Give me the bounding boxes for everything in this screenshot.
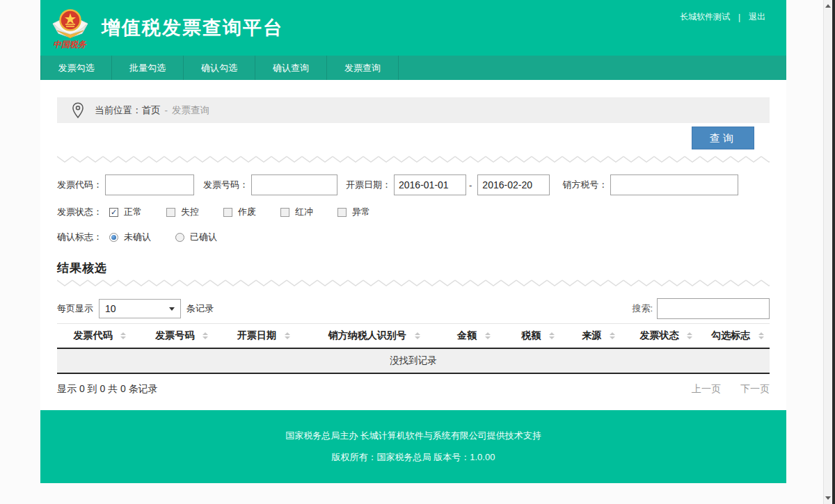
nav-item-invoice-query[interactable]: 发票查询 (327, 56, 399, 80)
date-to-input[interactable] (477, 174, 550, 195)
footer-line1: 国家税务总局主办 长城计算机软件与系统有限公司提供技术支持 (285, 430, 541, 442)
filter-form-row: 发票代码： 发票号码： 开票日期： - 销方税号： (57, 174, 770, 195)
status-option-voided[interactable]: 作废 (223, 206, 280, 218)
breadcrumb-separator: - (165, 105, 168, 115)
results-section-title: 结果核选 (57, 260, 770, 276)
query-button-row: 查询 (57, 127, 770, 149)
sort-icon (549, 332, 555, 339)
zigzag-divider (57, 279, 770, 287)
checkbox-icon[interactable] (109, 208, 118, 217)
logout-link[interactable]: 退出 (749, 11, 765, 23)
header-links: 长城软件测试 | 退出 (680, 11, 765, 23)
column-header-tax[interactable]: 税额 (506, 324, 570, 349)
scroll-up-icon[interactable] (825, 4, 831, 8)
app-header: 中国税务 增值税发票查询平台 长城软件测试 | 退出 (40, 0, 786, 56)
confirm-option-unconfirmed[interactable]: 未确认 (109, 231, 175, 243)
checkbox-icon[interactable] (337, 208, 347, 217)
no-records-message: 没找到记录 (57, 348, 770, 373)
sort-icon (415, 332, 420, 339)
china-tax-logo-icon: 中国税务 (47, 6, 93, 50)
status-option-abnormal[interactable]: 异常 (337, 206, 395, 218)
page-container: 中国税务 增值税发票查询平台 长城软件测试 | 退出 发票勾选 批量勾选 确认勾… (40, 0, 786, 483)
confirm-flag-label: 确认标志： (57, 231, 109, 243)
page-title: 增值税发票查询平台 (102, 15, 283, 40)
sort-icon (687, 332, 692, 339)
search-input[interactable] (657, 298, 770, 319)
breadcrumb-prefix: 当前位置： (95, 104, 142, 117)
user-link[interactable]: 长城软件测试 (680, 11, 730, 23)
table-controls: 每页显示 10 条记录 搜索: (57, 298, 770, 319)
zigzag-divider (57, 155, 770, 163)
footer-line2: 版权所有：国家税务总局 版本号：1.0.00 (332, 451, 495, 464)
radio-icon[interactable] (109, 233, 118, 242)
vertical-scrollbar[interactable] (823, 0, 832, 504)
nav-item-batch-check[interactable]: 批量勾选 (112, 56, 184, 80)
page-size-suffix: 条记录 (186, 302, 214, 315)
sort-icon (610, 332, 615, 339)
status-option-red-flush[interactable]: 红冲 (280, 206, 337, 218)
pagination: 上一页 下一页 (692, 383, 770, 396)
main-content: 当前位置： 首页 - 发票查询 查询 发票代码： 发票号码： 开票日期： - (40, 80, 786, 410)
sort-icon (285, 332, 290, 339)
scroll-down-icon[interactable] (825, 496, 831, 500)
search-label: 搜索: (632, 302, 653, 315)
query-button[interactable]: 查询 (692, 127, 754, 149)
nav-item-invoice-check[interactable]: 发票勾选 (40, 56, 112, 80)
date-range-separator: - (469, 180, 472, 190)
link-divider: | (738, 13, 740, 22)
table-summary-row: 显示 0 到 0 共 0 条记录 上一页 下一页 (57, 383, 770, 396)
chevron-down-icon (169, 307, 175, 311)
sort-icon (120, 332, 126, 339)
checkbox-icon[interactable] (223, 208, 232, 217)
confirm-option-confirmed[interactable]: 已确认 (175, 231, 241, 243)
prev-page-button[interactable]: 上一页 (692, 383, 721, 396)
column-header-invoice-number[interactable]: 发票号码 (143, 324, 221, 349)
breadcrumb-home[interactable]: 首页 (142, 104, 161, 117)
radio-icon[interactable] (175, 233, 184, 242)
column-header-invoice-status[interactable]: 发票状态 (627, 324, 706, 349)
page-footer: 国家税务总局主办 长城计算机软件与系统有限公司提供技术支持 版权所有：国家税务总… (40, 410, 786, 483)
sort-icon (202, 332, 208, 339)
column-header-check-flag[interactable]: 勾选标志 (706, 324, 770, 349)
column-header-amount[interactable]: 金额 (442, 324, 506, 349)
invoice-date-label: 开票日期： (346, 179, 391, 191)
column-header-invoice-date[interactable]: 开票日期 (221, 324, 307, 349)
logo-text: 中国税务 (53, 40, 88, 49)
window-edge (832, 0, 835, 504)
page-size-value: 10 (105, 303, 116, 314)
invoice-number-input[interactable] (251, 174, 337, 195)
invoice-code-label: 发票代码： (57, 179, 102, 191)
nav-item-confirm-query[interactable]: 确认查询 (255, 56, 327, 80)
search-control: 搜索: (632, 298, 770, 319)
sort-icon (758, 332, 764, 339)
empty-row: 没找到记录 (57, 348, 770, 373)
main-nav: 发票勾选 批量勾选 确认勾选 确认查询 发票查询 (40, 56, 786, 80)
checkbox-icon[interactable] (280, 208, 289, 217)
page-size-prefix: 每页显示 (57, 302, 93, 315)
status-option-normal[interactable]: 正常 (109, 206, 166, 218)
sort-icon (485, 332, 491, 339)
table-header-row: 发票代码 发票号码 开票日期 销方纳税人识别号 金额 税额 来源 发票状态 勾选… (57, 324, 770, 349)
records-summary: 显示 0 到 0 共 0 条记录 (57, 383, 158, 396)
invoice-code-input[interactable] (105, 174, 194, 195)
seller-tax-no-input[interactable] (610, 174, 738, 195)
confirm-flag-row: 确认标志： 未确认 已确认 (57, 231, 770, 243)
column-header-seller-taxpayer-id[interactable]: 销方纳税人识别号 (306, 324, 442, 349)
nav-item-confirm-check[interactable]: 确认勾选 (184, 56, 255, 80)
column-header-source[interactable]: 来源 (570, 324, 627, 349)
breadcrumb: 当前位置： 首页 - 发票查询 (57, 97, 770, 123)
checkbox-icon[interactable] (166, 208, 175, 217)
breadcrumb-current: 发票查询 (172, 104, 209, 117)
results-table: 发票代码 发票号码 开票日期 销方纳税人识别号 金额 税额 来源 发票状态 勾选… (57, 323, 770, 374)
invoice-number-label: 发票号码： (203, 179, 248, 191)
status-option-out-of-control[interactable]: 失控 (166, 206, 223, 218)
next-page-button[interactable]: 下一页 (740, 383, 770, 396)
page-size-control: 每页显示 10 条记录 (57, 299, 214, 318)
invoice-status-row: 发票状态： 正常 失控 作废 红冲 异常 (57, 206, 770, 218)
column-header-invoice-code[interactable]: 发票代码 (57, 324, 143, 349)
seller-tax-no-label: 销方税号： (562, 179, 607, 191)
page-size-select[interactable]: 10 (99, 299, 181, 318)
date-from-input[interactable] (394, 174, 466, 195)
invoice-status-label: 发票状态： (57, 206, 109, 218)
location-pin-icon (71, 101, 85, 120)
